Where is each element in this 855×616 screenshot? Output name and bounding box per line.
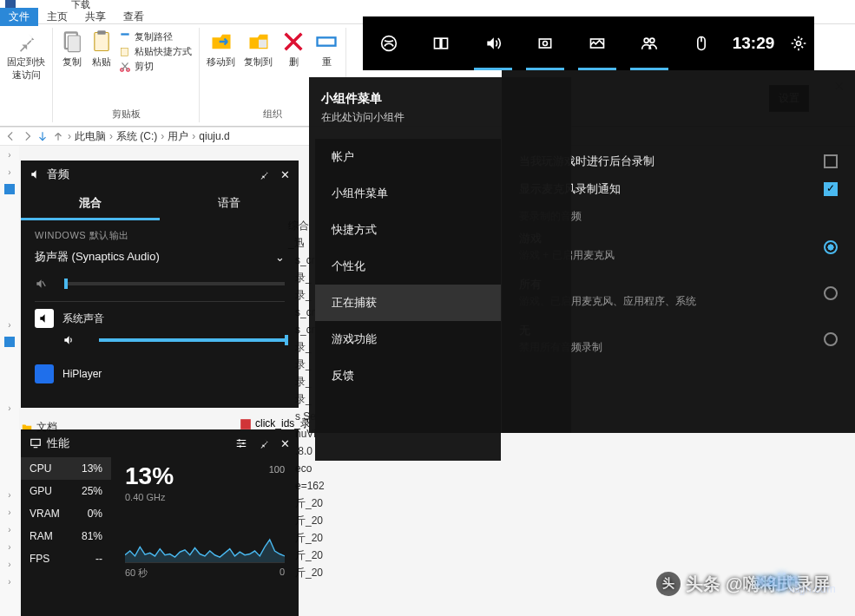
capture-icon[interactable] — [519, 16, 571, 70]
opt-none-radio[interactable] — [824, 332, 838, 346]
gpu-value: 25% — [82, 485, 102, 497]
social-icon[interactable] — [623, 16, 675, 70]
paste-label: 粘贴 — [92, 56, 111, 69]
performance-icon[interactable] — [571, 16, 623, 70]
file-item[interactable]: 斤_20 — [295, 495, 330, 512]
fps-label: FPS — [30, 553, 49, 565]
crumb-path[interactable]: qiuju.d — [199, 130, 229, 142]
folder-icon — [4, 184, 15, 194]
pin-button[interactable]: 固定到快 速访问 — [7, 29, 45, 82]
crumb-user[interactable]: 用户 — [168, 129, 188, 144]
moveto-button[interactable]: 移动到 — [207, 29, 235, 69]
mute-icon[interactable] — [35, 278, 47, 290]
delete-button[interactable]: 删 — [281, 29, 306, 69]
copy-button[interactable]: 复制 — [60, 29, 84, 74]
audio-icon[interactable] — [467, 16, 519, 70]
home-tab[interactable]: 主页 — [38, 8, 76, 26]
settings-menu-item[interactable]: 个性化 — [315, 248, 501, 285]
file-item[interactable]: 斤_20 — [295, 564, 330, 581]
widgets-icon[interactable] — [415, 16, 467, 70]
ram-value: 81% — [82, 530, 102, 542]
tree-chevron[interactable]: › — [0, 146, 19, 163]
clock: 13:29 — [727, 34, 779, 53]
graph-max: 100 — [269, 464, 285, 475]
voice-tab[interactable]: 语音 — [160, 188, 299, 220]
tree-chevron[interactable]: › — [0, 163, 19, 180]
master-volume-slider[interactable] — [64, 282, 285, 285]
file-item[interactable]: 斤_20 — [295, 512, 330, 529]
nav-pane-edge: › › › › › › › › › › — [0, 146, 19, 616]
perf-graph: 100 13% 0.40 GHz 60 秒 0 — [111, 457, 299, 585]
settings-icon[interactable] — [779, 16, 818, 70]
cpu-label: CPU — [30, 462, 51, 475]
system-sound-label: 系统声音 — [62, 311, 104, 326]
crumb-pc[interactable]: 此电脑 — [75, 129, 106, 144]
tree-chevron[interactable]: › — [0, 573, 19, 590]
mix-tab[interactable]: 混合 — [21, 188, 160, 220]
pin-icon[interactable] — [258, 168, 270, 180]
tree-chevron[interactable]: › — [0, 503, 19, 521]
settings-menu-item[interactable]: 快捷方式 — [315, 212, 501, 248]
tree-chevron[interactable]: › — [0, 538, 19, 555]
close-icon[interactable]: ✕ — [280, 168, 290, 181]
cpu-metric[interactable]: CPU13% — [21, 457, 111, 480]
file-item[interactable]: 斤_20 — [295, 529, 330, 547]
bg-record-checkbox[interactable] — [824, 154, 838, 168]
settings-menu-item[interactable]: 反馈 — [315, 357, 501, 394]
crumb-sep: › — [109, 130, 113, 142]
opt-game-radio[interactable] — [824, 240, 838, 254]
vram-metric[interactable]: VRAM0% — [21, 502, 111, 525]
up-icon[interactable] — [52, 130, 64, 142]
vram-label: VRAM — [30, 508, 60, 520]
settings-menu-item[interactable]: 游戏功能 — [315, 321, 501, 357]
tree-chevron[interactable]: › — [0, 316, 19, 333]
forward-icon[interactable] — [21, 130, 33, 142]
clipboard-label: 剪贴板 — [60, 108, 192, 121]
settings-menu-item[interactable]: 帐户 — [315, 139, 501, 175]
pin-group: 固定到快 速访问 — [0, 28, 53, 122]
tree-chevron[interactable]: › — [0, 555, 19, 573]
share-tab[interactable]: 共享 — [76, 8, 115, 26]
close-icon[interactable]: ✕ — [280, 437, 290, 450]
performance-widget: 性能 ✕ CPU13% GPU25% VRAM0% RAM81% FPS-- 1… — [21, 429, 299, 616]
device-name: 扬声器 (Synaptics Audio) — [35, 249, 160, 265]
crumb-sys[interactable]: 系统 (C:) — [116, 129, 157, 144]
perf-title: 性能 — [47, 436, 69, 451]
chevron-down-icon[interactable]: ⌄ — [275, 251, 285, 264]
copy-path-button[interactable]: 复制路径 — [119, 30, 173, 43]
opt-all-radio[interactable] — [824, 286, 838, 300]
paste-button[interactable]: 粘贴 — [89, 29, 114, 74]
moveto-label: 移动到 — [207, 56, 235, 69]
options-icon[interactable] — [235, 437, 247, 449]
settings-menu-item[interactable]: 小组件菜单 — [315, 175, 501, 212]
history-icon[interactable] — [36, 130, 49, 142]
fps-metric[interactable]: FPS-- — [21, 547, 111, 570]
svg-rect-2 — [95, 33, 109, 51]
file-item[interactable]: e=162 — [295, 477, 330, 495]
cut-button[interactable]: 剪切 — [119, 60, 154, 73]
xbox-icon[interactable] — [363, 16, 415, 70]
mouse-icon[interactable] — [675, 16, 727, 70]
file-item[interactable]: eco — [295, 460, 330, 477]
widget-menu-subtitle: 在此处访问小组件 — [321, 110, 559, 125]
gpu-metric[interactable]: GPU25% — [21, 480, 111, 502]
tree-chevron[interactable]: › — [0, 399, 19, 416]
toutiao-icon: 头 — [656, 572, 681, 596]
mic-notify-checkbox[interactable] — [824, 182, 838, 196]
system-volume-slider[interactable] — [99, 338, 285, 342]
pin-icon[interactable] — [258, 437, 270, 449]
ram-metric[interactable]: RAM81% — [21, 525, 111, 547]
tree-chevron[interactable]: › — [0, 521, 19, 538]
view-tab[interactable]: 查看 — [115, 8, 153, 26]
settings-menu-item[interactable]: 正在捕获 — [315, 285, 501, 321]
paste-shortcut-button[interactable]: 粘贴快捷方式 — [119, 45, 192, 58]
file-item[interactable]: 斤_20 — [295, 547, 330, 564]
clipboard-group: 复制 粘贴 复制路径 粘贴快捷方式 剪切 剪贴板 — [53, 28, 200, 122]
back-icon[interactable] — [5, 130, 17, 142]
tree-chevron[interactable]: › — [0, 486, 19, 503]
file-tab[interactable]: 文件 — [0, 8, 38, 26]
copyto-button[interactable]: 复制到 — [244, 29, 273, 69]
rename-button[interactable]: 重 — [314, 29, 339, 69]
hiplayer-label: HiPlayer — [62, 368, 102, 380]
speaker-icon[interactable] — [62, 334, 75, 346]
